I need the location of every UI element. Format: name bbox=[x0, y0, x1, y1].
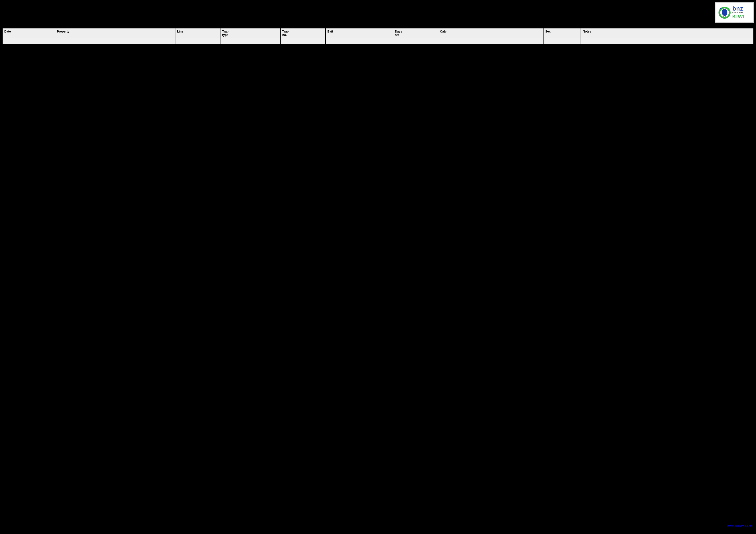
logo-container: bnz SAVE THE KIWI bbox=[715, 2, 754, 23]
header-notes: Notes bbox=[581, 28, 754, 38]
data-table-container: Date Property Line Traptype Trapno. Bait… bbox=[2, 28, 754, 45]
header-property: Property bbox=[55, 28, 175, 38]
kiwi-logo-icon bbox=[718, 5, 731, 20]
header-date: Date bbox=[2, 28, 55, 38]
logo-bnz-text: bnz bbox=[732, 6, 743, 12]
svg-point-4 bbox=[722, 9, 723, 10]
footer-email-link[interactable]: kiwendi@xtra.co.nz bbox=[727, 524, 752, 527]
header-bait: Bait bbox=[325, 28, 393, 38]
header-line: Line bbox=[175, 28, 220, 38]
data-table: Date Property Line Traptype Trapno. Bait… bbox=[2, 28, 754, 45]
header-catch: Catch bbox=[438, 28, 543, 38]
header-days-set: Daysset bbox=[393, 28, 438, 38]
table-header-row: Date Property Line Traptype Trapno. Bait… bbox=[2, 28, 754, 38]
logo-text: bnz SAVE THE KIWI bbox=[732, 6, 744, 19]
header-sex: Sex bbox=[543, 28, 581, 38]
logo-kiwi-text: KIWI bbox=[732, 14, 744, 19]
page-container: bnz SAVE THE KIWI Date Property Line Tra… bbox=[0, 0, 756, 534]
email-link[interactable]: kiwendi@xtra.co.nz bbox=[727, 524, 752, 527]
header-trap-no: Trapno. bbox=[281, 28, 325, 38]
table-row bbox=[2, 38, 754, 45]
header-trap-type: Traptype bbox=[220, 28, 281, 38]
